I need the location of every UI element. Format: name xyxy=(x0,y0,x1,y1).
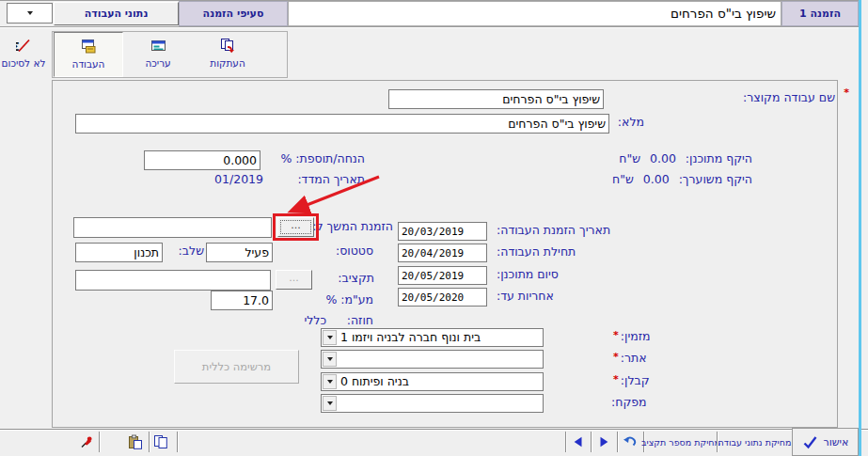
work-window-icon xyxy=(81,39,97,55)
chevron-down-icon xyxy=(27,11,33,15)
pin-icon xyxy=(79,434,94,449)
continuation-input[interactable] xyxy=(73,217,272,238)
estimated-scope-currency: ש"ח xyxy=(612,172,634,187)
supervisor-combobox[interactable] xyxy=(321,394,544,413)
confirm-label: אישור xyxy=(824,436,849,448)
tab-order-items-label: סעיפי הזמנה xyxy=(203,8,264,20)
toolbar-work-label: העבודה xyxy=(72,58,105,70)
budget-browse-button[interactable]: ... xyxy=(276,270,312,290)
checkmark-icon xyxy=(802,435,818,449)
site-combo-arrow-button[interactable] xyxy=(323,352,337,367)
budget-label: תקציב: xyxy=(338,271,374,286)
toolbar-not-for-summary-label: לא לסיכום xyxy=(2,57,46,69)
planned-scope-row: היקף מתוכנן: 0.00 ש"ח xyxy=(619,151,752,166)
contract-value: כללי xyxy=(304,313,326,328)
toolbar-copies-button[interactable]: העתקות xyxy=(193,32,262,77)
tab-work-data-label: נתוני העבודה xyxy=(85,8,149,20)
copy-pages-icon xyxy=(220,38,236,54)
planned-scope-label: היקף מתוכנן: xyxy=(686,151,752,166)
paste-button[interactable] xyxy=(126,432,145,452)
order-date-input[interactable]: 20/03/2019 xyxy=(398,222,487,241)
footer-separator xyxy=(99,432,100,452)
supervisor-combo-arrow-button[interactable] xyxy=(323,396,337,411)
short-name-input[interactable]: שיפוץ בי"ס הפרחים xyxy=(388,89,604,109)
copy-button[interactable] xyxy=(151,432,170,452)
toolbar-edit-button[interactable]: עריכה xyxy=(123,32,193,77)
stage-field[interactable]: תכנון xyxy=(75,243,163,262)
contractor-required-marker: * xyxy=(613,373,619,385)
footer-separator xyxy=(565,432,566,452)
app-window: נתוני העבודה סעיפי הזמנה שיפוץ בי"ס הפרח… xyxy=(0,0,868,456)
chevron-down-icon xyxy=(327,401,333,405)
supervisor-label: מפקח: xyxy=(611,395,647,410)
client-required-marker: * xyxy=(613,329,619,341)
discount-input[interactable]: 0.000 xyxy=(144,150,260,170)
short-name-label: שם עבודה מקוצר: xyxy=(743,90,835,105)
budget-input[interactable] xyxy=(75,270,271,291)
view-selector-dropdown[interactable] xyxy=(7,3,53,24)
order-title-field[interactable]: שיפוץ בי"ס הפרחים xyxy=(288,1,781,26)
client-combobox[interactable]: 1 בית ונוף חברה לבניה ויזמו xyxy=(321,328,544,347)
tab-work-data[interactable]: נתוני העבודה xyxy=(54,2,179,25)
status-field[interactable]: פעיל xyxy=(206,243,273,262)
toolbar-edit-label: עריכה xyxy=(145,57,170,69)
paste-icon xyxy=(128,434,143,449)
warranty-input[interactable]: 20/05/2020 xyxy=(398,288,487,307)
site-required-marker: * xyxy=(613,351,619,363)
contract-label: חוזה: xyxy=(347,313,373,328)
index-date-value: 01/2019 xyxy=(214,172,263,187)
planned-scope-currency: ש"ח xyxy=(619,151,640,166)
start-date-label: תחילת העבודה: xyxy=(497,244,576,259)
site-label: אתר:* xyxy=(611,351,647,367)
status-label: סטטוס: xyxy=(336,244,373,259)
delete-work-data-button[interactable]: מחיקת נתוני עבודה xyxy=(718,430,792,454)
pin-button[interactable] xyxy=(77,432,96,452)
chevron-down-icon xyxy=(327,357,333,361)
delete-budget-number-button[interactable]: מחיקת מספר תקציב xyxy=(645,430,717,454)
estimated-scope-row: היקף משוערך: 0.00 ש"ח xyxy=(612,172,752,187)
short-name-required-marker: * xyxy=(842,86,851,102)
tabs-divider xyxy=(0,26,859,27)
full-name-input[interactable]: שיפוץ בי"ס הפרחים xyxy=(75,114,609,134)
stage-label: שלב: xyxy=(179,244,204,259)
order-date-label: תאריך הזמנת העבודה: xyxy=(497,223,610,238)
annotation-arrow xyxy=(276,169,384,218)
toolbar-copies-label: העתקות xyxy=(210,57,245,69)
footer-separator xyxy=(177,432,178,452)
start-date-input[interactable]: 20/04/2019 xyxy=(398,244,487,262)
order-number-badge: הזמנה 1 xyxy=(781,1,859,26)
planned-finish-input[interactable]: 20/05/2019 xyxy=(398,266,487,285)
estimated-scope-value: 0.00 xyxy=(643,172,670,187)
chevron-down-icon xyxy=(327,336,333,339)
site-combobox[interactable] xyxy=(321,350,544,369)
planned-finish-label: סיום מתוכנן: xyxy=(497,267,559,282)
contractor-label: קבלן:* xyxy=(611,373,650,389)
tab-order-items[interactable]: סעיפי הזמנה xyxy=(179,1,288,26)
arrow-left-icon xyxy=(572,435,585,448)
vat-label: מע"מ: % xyxy=(325,292,373,307)
sigma-crossed-icon: Σ xyxy=(16,38,32,54)
edit-form-icon xyxy=(150,38,166,54)
order-number-badge-label: הזמנה 1 xyxy=(799,8,841,20)
contractor-combobox[interactable]: 0 בניה ופיתוח xyxy=(321,372,544,391)
confirm-button[interactable]: אישור xyxy=(792,428,859,456)
window-edge-accent xyxy=(859,0,861,456)
continuation-label: הזמנת המשך ל: xyxy=(312,219,393,234)
undo-button[interactable] xyxy=(620,432,640,452)
record-prev-button[interactable] xyxy=(568,432,589,452)
from-general-list-button[interactable]: מרשימה כללית xyxy=(174,350,299,384)
planned-scope-value: 0.00 xyxy=(650,151,676,166)
client-label: מזמין:* xyxy=(611,329,651,345)
warranty-label: אחריות עד: xyxy=(497,289,554,304)
client-combo-arrow-button[interactable] xyxy=(323,330,337,345)
toolbar-not-for-summary-button[interactable]: Σ לא לסיכום xyxy=(0,32,53,77)
undo-icon xyxy=(623,435,638,448)
contractor-combo-arrow-button[interactable] xyxy=(323,374,337,389)
arrow-right-icon xyxy=(597,435,610,448)
toolbar-work-button[interactable]: העבודה xyxy=(54,32,123,77)
estimated-scope-label: היקף משוערך: xyxy=(679,172,752,187)
client-combo-value: 1 בית ונוף חברה לבניה ויזמו xyxy=(340,330,541,345)
vat-input[interactable]: 17.0 xyxy=(211,291,273,310)
record-next-button[interactable] xyxy=(593,432,614,452)
chevron-down-icon xyxy=(327,380,333,384)
